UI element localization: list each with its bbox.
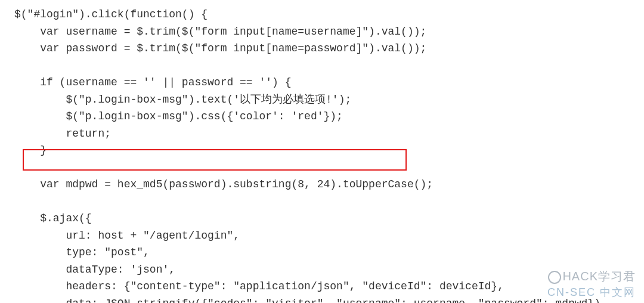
code-line: } [14,142,630,159]
code-line: dataType: 'json', [14,261,630,279]
code-line: $("p.login-box-msg").css({'color': 'red'… [14,108,630,125]
code-line: var password = $.trim($("form input[name… [14,40,630,57]
code-line: $.ajax({ [14,210,630,227]
code-line: data: JSON.stringify({"codes": "visitor"… [14,295,630,304]
code-block: $("#login").click(function() { var usern… [14,6,630,303]
code-line [14,159,630,177]
code-line: var mdpwd = hex_md5(password).substring(… [14,176,630,193]
code-line [14,193,630,211]
code-line [14,57,630,75]
code-line: headers: {"content-type": "application/j… [14,278,630,295]
code-line: $("#login").click(function() { [14,6,630,23]
code-line: var username = $.trim($("form input[name… [14,23,630,41]
code-line: url: host + "/agent/login", [14,227,630,245]
code-line: $("p.login-box-msg").text('以下均为必填选项!'); [14,91,630,109]
code-line: type: "post", [14,244,630,261]
code-line: if (username == '' || password == '') { [14,74,630,91]
code-line: return; [14,125,630,143]
